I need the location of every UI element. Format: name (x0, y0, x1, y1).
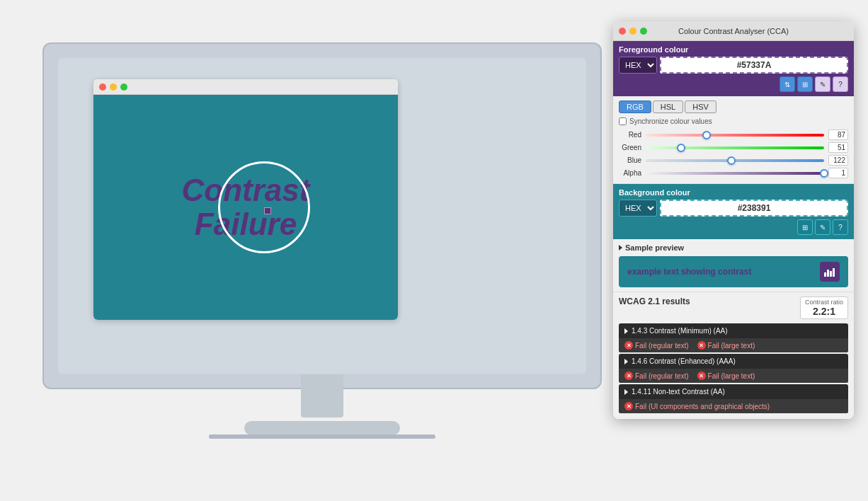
foreground-hex-input[interactable] (660, 57, 848, 74)
criterion-1-4-6-results: ✕ Fail (regular text) ✕ Fail (large text… (619, 369, 848, 383)
red-value: 87 (828, 129, 848, 140)
fail-icon-regular-2: ✕ (624, 372, 633, 380)
foreground-section: Foreground colour HEX RGB HSL HSV ⇅ ⊞ ✎ … (613, 41, 854, 96)
cca-close-button[interactable] (619, 28, 626, 35)
criterion-1-4-11-fail: ✕ Fail (UI components and graphical obje… (624, 402, 770, 410)
sample-triangle-icon (619, 245, 622, 250)
background-eyedropper-icon-button[interactable]: ✎ (815, 219, 830, 235)
foreground-icon-row: ⇅ ⊞ ✎ ? (619, 76, 848, 93)
tab-hsl[interactable]: HSL (653, 100, 683, 113)
criterion-1-4-6-regular-text: Fail (regular text) (635, 372, 689, 380)
green-label: Green (619, 144, 641, 151)
monitor-titlebar (93, 79, 398, 95)
monitor-stand-base (244, 421, 400, 435)
criterion-1-4-6-expand-icon (624, 359, 628, 364)
alpha-slider-thumb[interactable] (820, 169, 828, 178)
swap-icon-button[interactable]: ⇅ (780, 76, 795, 92)
criterion-1-4-3-expand-icon (624, 328, 628, 334)
wcag-criterion-1-4-3-header[interactable]: 1.4.3 Contrast (Minimum) (AA) (619, 323, 848, 338)
red-slider-track[interactable] (646, 134, 824, 137)
contrast-ratio-box: Contrast ratio 2.2:1 (800, 296, 848, 319)
svg-rect-2 (830, 271, 832, 277)
criterion-1-4-6-label: 1.4.6 Contrast (Enhanced) (AAA) (632, 357, 736, 365)
red-slider-row: Red 87 (619, 129, 848, 140)
help-icon-button[interactable]: ? (833, 76, 848, 92)
grid-icon-button[interactable]: ⊞ (797, 76, 813, 92)
background-grid-icon-button[interactable]: ⊞ (797, 219, 813, 235)
color-model-tabs: RGB HSL HSV (619, 100, 848, 113)
alpha-slider-row: Alpha 1 (619, 168, 848, 178)
circle-overlay (218, 161, 310, 253)
criterion-1-4-11-results: ✕ Fail (UI components and graphical obje… (619, 399, 848, 413)
criterion-1-4-11-text: Fail (UI components and graphical object… (635, 403, 770, 410)
wcag-results-section: WCAG 2.1 results Contrast ratio 2.2:1 1.… (613, 292, 854, 419)
sample-preview-box: example text showing contrast (619, 256, 848, 287)
sample-preview-header: Sample preview (619, 243, 848, 252)
fail-icon-regular: ✕ (624, 341, 633, 350)
fail-icon-nontext: ✕ (624, 402, 633, 410)
wcag-criterion-1-4-3: 1.4.3 Contrast (Minimum) (AA) ✕ Fail (re… (619, 323, 848, 352)
wcag-criterion-1-4-6-header[interactable]: 1.4.6 Contrast (Enhanced) (AAA) (619, 354, 848, 369)
foreground-format-select[interactable]: HEX RGB HSL HSV (619, 57, 657, 74)
sync-label: Synchronize colour values (629, 117, 712, 125)
eyedropper-icon-button[interactable]: ✎ (815, 76, 830, 92)
monitor-stand-neck (301, 375, 343, 418)
background-input-row: HEX RGB HSL HSV (619, 200, 848, 217)
wcag-criterion-1-4-6: 1.4.6 Contrast (Enhanced) (AAA) ✕ Fail (… (619, 354, 848, 383)
color-model-section: RGB HSL HSV Synchronize colour values Re… (613, 96, 854, 184)
cca-titlebar: Colour Contrast Analyser (CCA) (613, 21, 854, 41)
wcag-criterion-1-4-11-header[interactable]: 1.4.11 Non-text Contrast (AA) (619, 384, 848, 399)
contrast-ratio-label: Contrast ratio (805, 299, 843, 306)
green-slider-track[interactable] (646, 146, 824, 149)
cca-window: Colour Contrast Analyser (CCA) Foregroun… (613, 21, 854, 419)
blue-slider-thumb[interactable] (727, 156, 736, 165)
monitor-close-dot (99, 84, 106, 91)
blue-slider-row: Blue 122 (619, 155, 848, 166)
background-icon-row: ⊞ ✎ ? (619, 219, 848, 236)
background-label: Background colour (619, 188, 848, 197)
contrast-ratio-value: 2.2:1 (805, 306, 843, 317)
criterion-1-4-3-regular-fail: ✕ Fail (regular text) (624, 341, 689, 350)
tab-rgb[interactable]: RGB (619, 100, 651, 113)
criterion-1-4-6-regular-fail: ✕ Fail (regular text) (624, 372, 689, 380)
cca-minimize-button[interactable] (629, 28, 636, 35)
criterion-1-4-6-large-fail: ✕ Fail (large text) (697, 372, 755, 380)
monitor-body: Contrast Failure (42, 42, 602, 389)
blue-label: Blue (619, 156, 641, 164)
criterion-1-4-3-results: ✕ Fail (regular text) ✕ Fail (large text… (619, 338, 848, 352)
alpha-slider-track[interactable] (646, 172, 824, 175)
background-format-select[interactable]: HEX RGB HSL HSV (619, 200, 657, 217)
sample-preview-text: example text showing contrast (627, 267, 751, 277)
color-sample-square (264, 207, 271, 214)
chart-icon (824, 267, 835, 277)
cca-title: Colour Contrast Analyser (CCA) (678, 27, 789, 35)
svg-rect-1 (827, 270, 829, 277)
green-slider-row: Green 51 (619, 142, 848, 153)
background-hex-input[interactable] (660, 200, 848, 217)
criterion-1-4-3-large-fail: ✕ Fail (large text) (697, 341, 755, 350)
monitor-inner: Contrast Failure (93, 79, 398, 320)
svg-rect-0 (824, 272, 826, 277)
foreground-input-row: HEX RGB HSL HSV (619, 57, 848, 74)
criterion-1-4-11-expand-icon (624, 389, 628, 395)
chart-icon-button[interactable] (820, 262, 840, 282)
sample-preview-section: Sample preview example text showing cont… (613, 239, 854, 292)
monitor: Contrast Failure (42, 42, 602, 453)
monitor-minimize-dot (110, 84, 117, 91)
background-help-icon-button[interactable]: ? (833, 219, 848, 235)
fail-icon-large-2: ✕ (697, 372, 706, 380)
green-slider-thumb[interactable] (677, 144, 685, 152)
criterion-1-4-3-label: 1.4.3 Contrast (Minimum) (AA) (632, 327, 728, 335)
blue-slider-track[interactable] (646, 159, 824, 162)
tab-hsv[interactable]: HSV (685, 100, 716, 113)
fail-icon-large: ✕ (697, 341, 706, 350)
sync-row: Synchronize colour values (619, 117, 848, 125)
cca-maximize-button[interactable] (640, 28, 647, 35)
alpha-label: Alpha (619, 169, 641, 177)
wcag-title: WCAG 2.1 results (619, 296, 690, 306)
foreground-label: Foreground colour (619, 45, 848, 54)
green-value: 51 (828, 142, 848, 153)
monitor-screen-bezel: Contrast Failure (58, 58, 586, 374)
sync-checkbox[interactable] (619, 117, 627, 125)
red-slider-thumb[interactable] (702, 131, 711, 139)
